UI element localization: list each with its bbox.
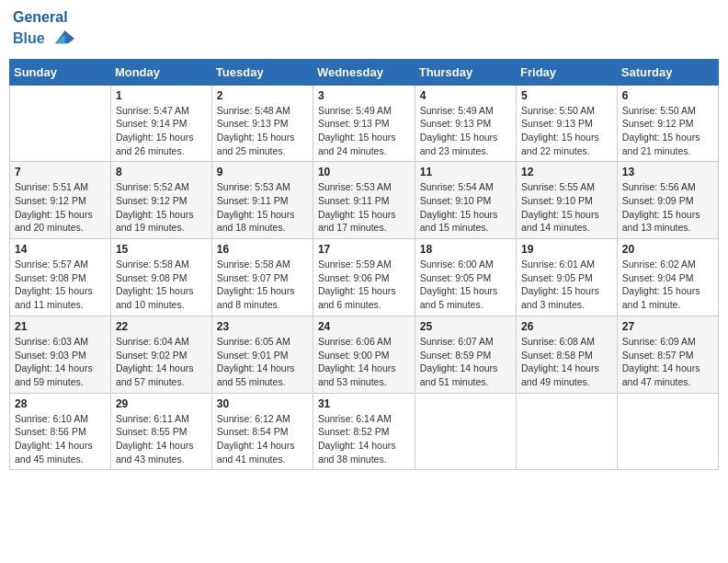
calendar-cell: 21Sunrise: 6:03 AM Sunset: 9:03 PM Dayli… — [10, 316, 111, 393]
weekday-sunday: Sunday — [10, 59, 111, 85]
day-info: Sunrise: 6:06 AM Sunset: 9:00 PM Dayligh… — [318, 335, 410, 389]
page-header: General Blue — [9, 9, 719, 52]
day-number: 24 — [318, 320, 410, 333]
day-info: Sunrise: 5:51 AM Sunset: 9:12 PM Dayligh… — [15, 180, 106, 235]
day-number: 8 — [116, 166, 207, 178]
calendar-cell: 9Sunrise: 5:53 AM Sunset: 9:11 PM Daylig… — [211, 162, 313, 239]
day-number: 1 — [116, 89, 207, 102]
calendar-cell — [415, 393, 516, 470]
day-info: Sunrise: 6:01 AM Sunset: 9:05 PM Dayligh… — [521, 258, 612, 312]
day-number: 31 — [318, 397, 410, 410]
calendar-body: 1Sunrise: 5:47 AM Sunset: 9:14 PM Daylig… — [10, 85, 719, 470]
calendar-cell: 1Sunrise: 5:47 AM Sunset: 9:14 PM Daylig… — [110, 85, 211, 162]
calendar-cell: 17Sunrise: 5:59 AM Sunset: 9:06 PM Dayli… — [313, 239, 415, 316]
calendar-cell: 3Sunrise: 5:49 AM Sunset: 9:13 PM Daylig… — [313, 85, 415, 162]
logo: General Blue — [13, 9, 74, 52]
calendar-cell: 26Sunrise: 6:08 AM Sunset: 8:58 PM Dayli… — [517, 316, 618, 393]
day-info: Sunrise: 6:03 AM Sunset: 9:03 PM Dayligh… — [15, 335, 106, 389]
calendar-cell: 20Sunrise: 6:02 AM Sunset: 9:04 PM Dayli… — [617, 239, 718, 316]
weekday-thursday: Thursday — [415, 59, 516, 85]
day-number: 22 — [116, 320, 207, 333]
day-number: 3 — [318, 89, 410, 102]
calendar-cell: 22Sunrise: 6:04 AM Sunset: 9:02 PM Dayli… — [110, 316, 211, 393]
day-info: Sunrise: 6:12 AM Sunset: 8:54 PM Dayligh… — [217, 412, 308, 466]
day-info: Sunrise: 5:52 AM Sunset: 9:12 PM Dayligh… — [116, 180, 207, 235]
day-info: Sunrise: 5:48 AM Sunset: 9:13 PM Dayligh… — [217, 104, 308, 158]
calendar-cell: 18Sunrise: 6:00 AM Sunset: 9:05 PM Dayli… — [415, 239, 516, 316]
day-info: Sunrise: 5:49 AM Sunset: 9:13 PM Dayligh… — [318, 104, 410, 158]
day-number: 6 — [622, 89, 713, 102]
week-row-2: 7Sunrise: 5:51 AM Sunset: 9:12 PM Daylig… — [10, 162, 719, 239]
calendar-cell: 10Sunrise: 5:53 AM Sunset: 9:11 PM Dayli… — [313, 162, 415, 239]
day-info: Sunrise: 5:49 AM Sunset: 9:13 PM Dayligh… — [420, 104, 511, 158]
weekday-saturday: Saturday — [617, 59, 718, 85]
day-info: Sunrise: 6:05 AM Sunset: 9:01 PM Dayligh… — [217, 335, 308, 389]
calendar-cell: 24Sunrise: 6:06 AM Sunset: 9:00 PM Dayli… — [313, 316, 415, 393]
day-info: Sunrise: 6:04 AM Sunset: 9:02 PM Dayligh… — [116, 335, 207, 389]
day-info: Sunrise: 5:54 AM Sunset: 9:10 PM Dayligh… — [420, 180, 511, 235]
calendar-cell: 19Sunrise: 6:01 AM Sunset: 9:05 PM Dayli… — [517, 239, 618, 316]
weekday-wednesday: Wednesday — [313, 59, 415, 85]
calendar-cell: 31Sunrise: 6:14 AM Sunset: 8:52 PM Dayli… — [313, 393, 415, 470]
weekday-header-row: SundayMondayTuesdayWednesdayThursdayFrid… — [10, 59, 719, 85]
weekday-monday: Monday — [110, 59, 211, 85]
day-number: 16 — [217, 243, 308, 256]
calendar-cell: 30Sunrise: 6:12 AM Sunset: 8:54 PM Dayli… — [211, 393, 313, 470]
day-info: Sunrise: 5:55 AM Sunset: 9:10 PM Dayligh… — [521, 180, 612, 235]
calendar-cell: 6Sunrise: 5:50 AM Sunset: 9:12 PM Daylig… — [617, 85, 718, 162]
day-number: 5 — [521, 89, 612, 102]
week-row-3: 14Sunrise: 5:57 AM Sunset: 9:08 PM Dayli… — [10, 239, 719, 316]
day-number: 17 — [318, 243, 410, 256]
calendar-cell: 16Sunrise: 5:58 AM Sunset: 9:07 PM Dayli… — [211, 239, 313, 316]
day-number: 2 — [217, 89, 308, 102]
day-info: Sunrise: 5:58 AM Sunset: 9:08 PM Dayligh… — [116, 258, 207, 312]
day-number: 14 — [15, 243, 106, 256]
calendar-cell: 13Sunrise: 5:56 AM Sunset: 9:09 PM Dayli… — [617, 162, 718, 239]
calendar-cell: 23Sunrise: 6:05 AM Sunset: 9:01 PM Dayli… — [211, 316, 313, 393]
calendar-cell: 11Sunrise: 5:54 AM Sunset: 9:10 PM Dayli… — [415, 162, 516, 239]
logo-text: General — [13, 9, 74, 26]
svg-marker-1 — [55, 33, 65, 43]
day-info: Sunrise: 6:00 AM Sunset: 9:05 PM Dayligh… — [420, 258, 511, 312]
day-info: Sunrise: 6:08 AM Sunset: 8:58 PM Dayligh… — [521, 335, 612, 389]
calendar-cell: 27Sunrise: 6:09 AM Sunset: 8:57 PM Dayli… — [617, 316, 718, 393]
day-number: 25 — [420, 320, 511, 333]
day-number: 28 — [15, 397, 106, 410]
day-number: 21 — [15, 320, 106, 333]
day-info: Sunrise: 6:02 AM Sunset: 9:04 PM Dayligh… — [622, 258, 713, 312]
day-info: Sunrise: 6:07 AM Sunset: 8:59 PM Dayligh… — [420, 335, 511, 389]
calendar-cell: 29Sunrise: 6:11 AM Sunset: 8:55 PM Dayli… — [110, 393, 211, 470]
day-number: 9 — [217, 166, 308, 178]
calendar-table: SundayMondayTuesdayWednesdayThursdayFrid… — [9, 59, 719, 471]
calendar-cell: 4Sunrise: 5:49 AM Sunset: 9:13 PM Daylig… — [415, 85, 516, 162]
day-number: 27 — [622, 320, 713, 333]
day-number: 15 — [116, 243, 207, 256]
day-info: Sunrise: 6:09 AM Sunset: 8:57 PM Dayligh… — [622, 335, 713, 389]
day-info: Sunrise: 5:57 AM Sunset: 9:08 PM Dayligh… — [15, 258, 106, 312]
day-number: 11 — [420, 166, 511, 178]
calendar-cell: 25Sunrise: 6:07 AM Sunset: 8:59 PM Dayli… — [415, 316, 516, 393]
calendar-cell — [617, 393, 718, 470]
weekday-tuesday: Tuesday — [211, 59, 313, 85]
day-number: 30 — [217, 397, 308, 410]
calendar-cell: 15Sunrise: 5:58 AM Sunset: 9:08 PM Dayli… — [110, 239, 211, 316]
day-info: Sunrise: 5:58 AM Sunset: 9:07 PM Dayligh… — [217, 258, 308, 312]
weekday-friday: Friday — [517, 59, 618, 85]
calendar-cell: 12Sunrise: 5:55 AM Sunset: 9:10 PM Dayli… — [517, 162, 618, 239]
calendar-cell: 14Sunrise: 5:57 AM Sunset: 9:08 PM Dayli… — [10, 239, 111, 316]
calendar-cell: 5Sunrise: 5:50 AM Sunset: 9:13 PM Daylig… — [517, 85, 618, 162]
day-info: Sunrise: 6:14 AM Sunset: 8:52 PM Dayligh… — [318, 412, 410, 466]
day-info: Sunrise: 5:53 AM Sunset: 9:11 PM Dayligh… — [318, 180, 410, 235]
day-number: 19 — [521, 243, 612, 256]
day-info: Sunrise: 5:53 AM Sunset: 9:11 PM Dayligh… — [217, 180, 308, 235]
day-info: Sunrise: 6:10 AM Sunset: 8:56 PM Dayligh… — [15, 412, 106, 466]
calendar-cell: 7Sunrise: 5:51 AM Sunset: 9:12 PM Daylig… — [10, 162, 111, 239]
day-number: 7 — [15, 166, 106, 178]
week-row-1: 1Sunrise: 5:47 AM Sunset: 9:14 PM Daylig… — [10, 85, 719, 162]
day-number: 23 — [217, 320, 308, 333]
day-number: 10 — [318, 166, 410, 178]
day-number: 29 — [116, 397, 207, 410]
day-info: Sunrise: 5:50 AM Sunset: 9:13 PM Dayligh… — [521, 104, 612, 158]
day-info: Sunrise: 5:50 AM Sunset: 9:12 PM Dayligh… — [622, 104, 713, 158]
day-number: 18 — [420, 243, 511, 256]
